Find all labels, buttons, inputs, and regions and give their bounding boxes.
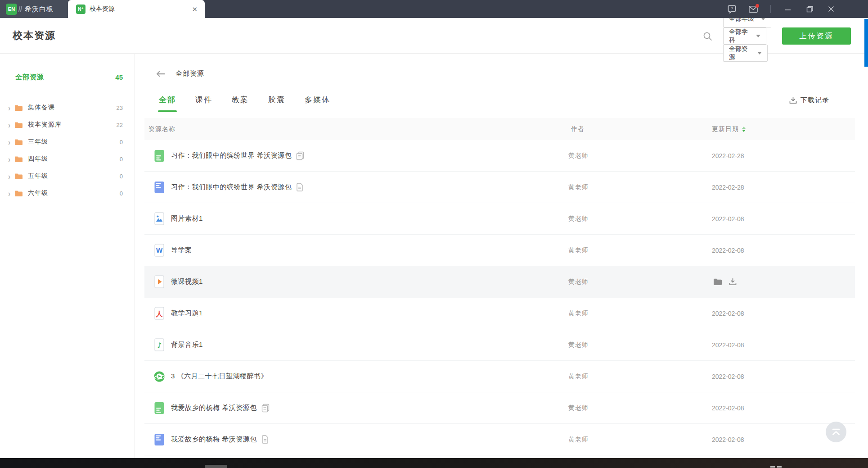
chevron-right-icon[interactable]: › (8, 188, 10, 198)
resource-name: 导学案 (171, 246, 192, 254)
maximize-button[interactable] (805, 5, 814, 14)
filter-dropdown-subject[interactable]: 全部学科 (723, 27, 766, 45)
folder-label: 三年级 (28, 138, 48, 146)
chevron-right-icon[interactable]: › (8, 154, 10, 164)
table-row[interactable]: 图片素材1 黄老师 2022-02-08 (144, 203, 855, 235)
chevron-down-icon (756, 35, 760, 37)
tab-课件[interactable]: 课件 (195, 95, 212, 112)
messages-icon[interactable] (749, 5, 758, 14)
notification-dot (756, 4, 759, 8)
sidebar-folder-校本资源库[interactable]: › 校本资源库 22 (0, 116, 135, 133)
app-name: 希沃白板 (25, 5, 54, 14)
svg-text:♪: ♪ (157, 341, 162, 349)
folder-label: 六年级 (28, 189, 48, 197)
page-title: 校本资源 (13, 29, 56, 42)
download-icon[interactable] (729, 278, 737, 286)
tab-教案[interactable]: 教案 (232, 95, 249, 112)
svg-text:?: ? (730, 6, 733, 11)
tab-胶囊[interactable]: 胶囊 (268, 95, 285, 112)
chevron-right-icon[interactable]: › (8, 120, 10, 129)
titlebar: EN 希沃白板 N⁺ 校本资源 ✕ ? (0, 0, 868, 18)
pack-multi-badge-icon (261, 404, 270, 413)
download-icon (789, 96, 797, 104)
move-to-folder-icon[interactable] (713, 278, 722, 286)
resource-author: 黄老师 (568, 152, 712, 160)
folder-icon (14, 122, 23, 128)
filter-dropdown-type[interactable]: 全部资源 (723, 45, 768, 62)
chevron-right-icon[interactable]: › (8, 137, 10, 146)
resource-date: 2022-02-08 (712, 247, 855, 254)
table-row[interactable]: 微课视频1 黄老师 (144, 266, 855, 298)
resource-name: 习作：我们眼中的缤纷世界 希沃资源包 (171, 151, 292, 160)
table-row[interactable]: 习作：我们眼中的缤纷世界 希沃资源包 黄老师 2022-02-28 (144, 172, 855, 203)
minimize-button[interactable] (783, 5, 792, 14)
breadcrumb: 全部资源 (156, 69, 204, 78)
folder-count: 22 (117, 122, 123, 128)
doc-green-file-icon (153, 149, 165, 163)
folder-count: 0 (120, 139, 123, 145)
resource-name: 3 《六月二十七日望湖楼醉书》 (171, 372, 268, 381)
folder-count: 23 (117, 105, 123, 111)
table-row[interactable]: 习作：我们眼中的缤纷世界 希沃资源包 黄老师 2022-02-28 (144, 140, 855, 172)
sidebar-item-all-resources[interactable]: 全部资源 45 (0, 68, 135, 86)
all-resources-label: 全部资源 (15, 73, 44, 82)
edge-scrollbar[interactable] (864, 19, 868, 67)
resource-type-tabs: 全部课件教案胶囊多媒体 (159, 95, 330, 112)
table-row[interactable]: 3 《六月二十七日望湖楼醉书》 黄老师 2022-02-08 (144, 361, 855, 392)
resource-author: 黄老师 (568, 309, 712, 318)
all-resources-count: 45 (115, 73, 123, 81)
resource-author: 黄老师 (568, 215, 712, 223)
resource-date: 2022-02-08 (712, 215, 855, 223)
chevron-right-icon[interactable]: › (8, 103, 10, 112)
filter-value: 全部资源 (729, 45, 754, 61)
sidebar-folder-集体备课[interactable]: › 集体备课 23 (0, 99, 135, 116)
resource-date: 2022-02-28 (712, 184, 855, 191)
folder-label: 五年级 (28, 172, 48, 180)
column-date-sort[interactable]: 更新日期 (712, 125, 855, 133)
app-logo-icon: EN (6, 4, 17, 15)
sidebar-folder-四年级[interactable]: › 四年级 0 (0, 150, 135, 168)
sidebar-folder-三年级[interactable]: › 三年级 0 (0, 133, 135, 150)
tab-school-resources[interactable]: N⁺ 校本资源 ✕ (68, 0, 205, 18)
resource-author: 黄老师 (568, 183, 712, 191)
resource-author: 黄老师 (568, 436, 712, 444)
download-records-button[interactable]: 下载记录 (789, 96, 829, 105)
back-to-top-button[interactable] (826, 422, 846, 442)
sidebar-folder-六年级[interactable]: › 六年级 0 (0, 185, 135, 202)
upload-resource-button[interactable]: 上传资源 (782, 27, 851, 45)
resource-date: 2022-02-08 (712, 310, 855, 317)
table-row[interactable]: W 导学案 黄老师 2022-02-08 (144, 235, 855, 266)
close-button[interactable] (827, 5, 836, 14)
tab-全部[interactable]: 全部 (159, 95, 176, 112)
tab-close-icon[interactable]: ✕ (192, 6, 198, 13)
table-row[interactable]: 我爱故乡的杨梅 希沃资源包 黄老师 2022-02-08 (144, 392, 855, 424)
back-arrow-icon[interactable] (156, 71, 165, 77)
folder-label: 四年级 (28, 155, 48, 163)
taskbar-trace (770, 466, 782, 468)
capsule-file-icon (153, 370, 165, 383)
tab-多媒体[interactable]: 多媒体 (305, 95, 330, 112)
folder-icon (14, 105, 23, 111)
sidebar-folder-五年级[interactable]: › 五年级 0 (0, 168, 135, 185)
table-header: 资源名称 作者 更新日期 (144, 118, 855, 140)
sort-icon (742, 127, 746, 132)
titlebar-divider (770, 5, 771, 13)
resource-date: 2022-02-08 (712, 404, 855, 412)
help-icon[interactable]: ? (727, 5, 736, 14)
resource-name: 我爱故乡的杨梅 希沃资源包 (171, 435, 257, 444)
download-records-label: 下载记录 (801, 96, 829, 105)
table-row[interactable]: ♪ 背景音乐1 黄老师 2022-02-08 (144, 329, 855, 361)
table-row[interactable]: 我爱故乡的杨梅 希沃资源包 黄老师 2022-02-08 (144, 424, 855, 455)
chevron-right-icon[interactable]: › (8, 171, 10, 181)
search-icon[interactable] (703, 32, 712, 41)
pdf-file-icon: 人 (153, 307, 165, 320)
image-file-icon (153, 212, 165, 226)
resource-name: 图片素材1 (171, 214, 203, 223)
chevron-down-icon (757, 52, 762, 55)
table-row[interactable]: 人 教学习题1 黄老师 2022-02-08 (144, 298, 855, 329)
resource-name: 习作：我们眼中的缤纷世界 希沃资源包 (171, 183, 292, 191)
tab-label: 校本资源 (90, 5, 115, 13)
easinote-plus-icon: N⁺ (76, 5, 85, 14)
resource-author: 黄老师 (568, 341, 712, 349)
app-home-button[interactable]: EN 希沃白板 (0, 0, 68, 18)
